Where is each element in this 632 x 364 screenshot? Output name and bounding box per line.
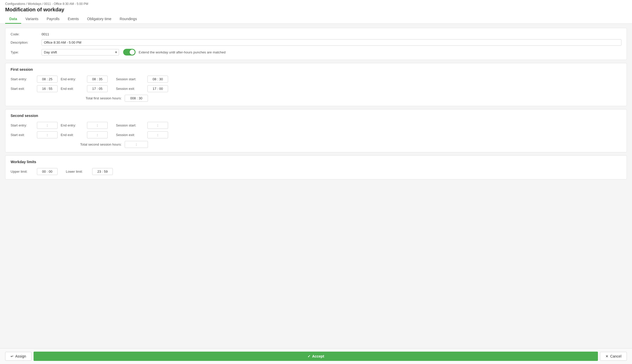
first-session-title: First session [11, 67, 621, 72]
first-start-exit-input[interactable] [37, 85, 58, 92]
upper-limit-label: Upper limit: [11, 170, 34, 173]
code-label: Code: [11, 32, 42, 36]
upper-limit-input[interactable] [37, 168, 58, 175]
first-total-hours-input[interactable] [125, 95, 148, 102]
first-session-start-label: Session start: [116, 77, 144, 81]
first-session-row1: Start entry: End entry: Session start: [11, 76, 621, 83]
second-session-card: Second session Start entry: End entry: S… [5, 109, 627, 152]
first-start-exit-label: Start exit: [11, 87, 34, 91]
assign-icon: ↵ [11, 354, 14, 358]
code-row: Code: 0011 [11, 32, 621, 36]
first-session-card: First session Start entry: End entry: Se… [5, 63, 627, 106]
breadcrumb: Configurations / Workdays / 0011 - Offic… [5, 2, 627, 6]
assign-button[interactable]: ↵ Assign [5, 352, 31, 361]
first-end-exit-input[interactable] [87, 85, 108, 92]
first-session-exit-input[interactable] [147, 85, 168, 92]
second-session-row3: Total second session hours: [11, 141, 621, 148]
workday-limits-row: Upper limit: Lower limit: [11, 168, 621, 175]
type-select[interactable]: Day shift [42, 49, 119, 56]
type-select-wrapper: Day shift [42, 49, 119, 56]
second-session-title: Second session [11, 114, 621, 118]
second-session-start-input[interactable] [147, 122, 168, 129]
assign-label: Assign [15, 354, 26, 358]
second-end-entry-input[interactable] [87, 122, 108, 129]
toggle-row: Extend the workday until after-hours pun… [123, 49, 226, 56]
first-start-entry-input[interactable] [37, 76, 58, 83]
tab-events[interactable]: Events [64, 15, 83, 24]
tab-roundings[interactable]: Roundings [115, 15, 141, 24]
cancel-label: Cancel [610, 354, 621, 358]
first-end-exit-label: End exit: [61, 87, 84, 91]
second-session-start-label: Session start: [116, 123, 144, 127]
lower-limit-label: Lower limit: [66, 170, 89, 173]
lower-limit-input[interactable] [92, 168, 113, 175]
first-session-row2: Start exit: End exit: Session exit: [11, 85, 621, 92]
second-end-exit-input[interactable] [87, 131, 108, 138]
breadcrumb-current: 0011 - Office 8:30 AM - 5:00 PM [44, 2, 88, 6]
second-session-exit-input[interactable] [147, 131, 168, 138]
tab-obligatory-time[interactable]: Obligatory time [83, 15, 115, 24]
description-input[interactable] [42, 39, 621, 46]
first-session-exit-label: Session exit: [116, 87, 144, 91]
second-start-exit-label: Start exit: [11, 133, 34, 137]
first-session-row3: Total first session hours: [11, 95, 621, 102]
second-total-hours-input[interactable] [125, 141, 148, 148]
breadcrumb-configurations[interactable]: Configurations [5, 2, 25, 6]
second-end-exit-label: End exit: [61, 133, 84, 137]
description-label: Description: [11, 41, 42, 44]
workday-limits-title: Workday limits [11, 160, 621, 164]
page-title: Modification of workday [5, 7, 627, 13]
second-end-entry-label: End entry: [61, 123, 84, 127]
type-label: Type: [11, 50, 42, 54]
accept-button[interactable]: ✓ Accept [34, 352, 598, 361]
toggle-label: Extend the workday until after-hours pun… [139, 50, 226, 54]
second-start-exit-input[interactable] [37, 131, 58, 138]
extend-toggle[interactable] [123, 49, 136, 56]
type-row: Type: Day shift Extend the workday until… [11, 49, 621, 56]
second-start-entry-label: Start entry: [11, 123, 34, 127]
first-end-entry-label: End entry: [61, 77, 84, 81]
x-icon: ✕ [605, 354, 609, 358]
tab-data[interactable]: Data [5, 15, 21, 24]
first-end-entry-input[interactable] [87, 76, 108, 83]
second-session-exit-label: Session exit: [116, 133, 144, 137]
tab-variants[interactable]: Variants [21, 15, 42, 24]
tab-payrolls[interactable]: Payrolls [43, 15, 64, 24]
description-row: Description: [11, 39, 621, 46]
footer-bar: ↵ Assign ✓ Accept ✕ Cancel [0, 348, 632, 364]
workday-limits-card: Workday limits Upper limit: Lower limit: [5, 155, 627, 179]
second-start-entry-input[interactable] [37, 122, 58, 129]
second-total-hours-label: Total second session hours: [11, 143, 122, 146]
check-icon: ✓ [307, 354, 311, 358]
first-total-hours-label: Total first session hours: [11, 96, 122, 100]
second-session-row1: Start entry: End entry: Session start: [11, 122, 621, 129]
code-value: 0011 [42, 32, 49, 36]
accept-label: Accept [312, 354, 324, 358]
basic-fields-card: Code: 0011 Description: Type: Day shift … [5, 28, 627, 60]
cancel-button[interactable]: ✕ Cancel [600, 352, 627, 361]
first-session-start-input[interactable] [147, 76, 168, 83]
second-session-row2: Start exit: End exit: Session exit: [11, 131, 621, 138]
first-start-entry-label: Start entry: [11, 77, 34, 81]
breadcrumb-workdays[interactable]: Workdays [28, 2, 41, 6]
tabs-bar: Data Variants Payrolls Events Obligatory… [5, 15, 627, 23]
